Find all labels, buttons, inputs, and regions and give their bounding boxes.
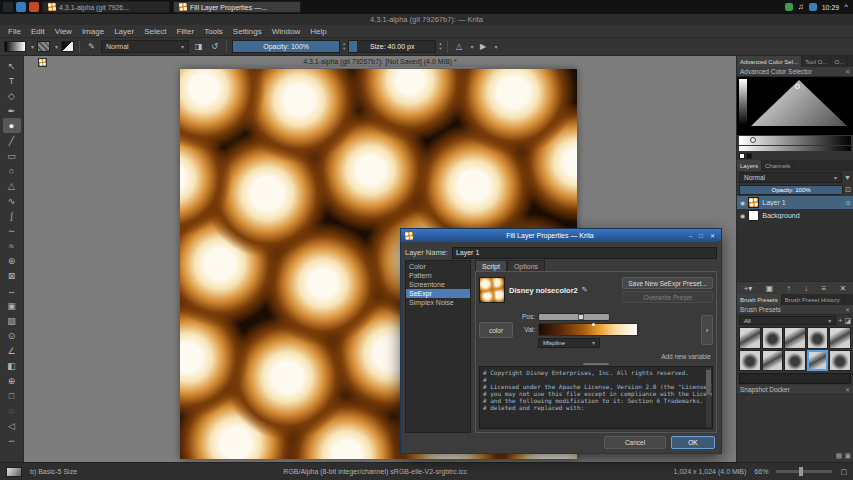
script-scrollbar[interactable] <box>706 368 711 427</box>
brush-editor-icon[interactable]: ✎ <box>85 40 98 53</box>
minimize-icon[interactable]: – <box>687 233 694 239</box>
network-icon[interactable] <box>809 3 817 11</box>
brush-size-slider[interactable]: Size: 40.00 px <box>348 40 436 53</box>
menu-window[interactable]: Window <box>267 27 305 36</box>
brush-preset[interactable] <box>739 350 761 372</box>
workspace-chooser-icon[interactable]: ▶ <box>477 40 490 53</box>
value-gradient-bar[interactable] <box>538 323 638 336</box>
menu-filter[interactable]: Filter <box>171 27 199 36</box>
tool-line[interactable]: ╱ <box>3 133 21 148</box>
alpha-icon[interactable]: α <box>846 199 850 206</box>
brush-preset[interactable] <box>829 350 851 372</box>
value-bar[interactable] <box>739 136 851 145</box>
tool-rectangle[interactable]: ▭ <box>3 148 21 163</box>
menu-edit[interactable]: Edit <box>26 27 50 36</box>
menu-select[interactable]: Select <box>139 27 171 36</box>
generator-seexpr[interactable]: SeExpr <box>406 289 470 298</box>
delete-layer-icon[interactable]: ✕ <box>840 284 847 293</box>
tool-multibrush[interactable]: ⊛ <box>3 253 21 268</box>
menu-view[interactable]: View <box>50 27 77 36</box>
generator-color[interactable]: Color <box>406 262 470 271</box>
tool-transform[interactable]: ⊠ <box>3 268 21 283</box>
maximize-icon[interactable]: □ <box>697 233 705 239</box>
app-icon-blue[interactable] <box>16 2 26 12</box>
layer-row-layer1[interactable]: ◉ Layer 1 α <box>737 196 853 209</box>
add-tag-icon[interactable]: + <box>838 317 842 324</box>
opacity-spinner[interactable]: ▴▾ <box>343 42 345 51</box>
tab-advanced-color-selector[interactable]: Advanced Color Sel... <box>737 56 802 67</box>
color-variable-button[interactable]: color <box>479 322 513 338</box>
cancel-button[interactable]: Cancel <box>604 436 666 449</box>
close-icon[interactable]: ✕ <box>845 68 850 75</box>
fg-bg-color-chip[interactable] <box>61 41 74 52</box>
brush-search-input[interactable] <box>739 373 851 384</box>
close-icon[interactable]: ✕ <box>708 232 717 239</box>
tab-overview[interactable]: O... <box>831 56 848 67</box>
brush-preset[interactable] <box>807 327 829 349</box>
tag-filter-dropdown[interactable]: All ▾ <box>739 316 836 325</box>
swatch-white[interactable] <box>739 153 745 159</box>
tab-channels[interactable]: Channels <box>762 160 794 171</box>
script-editor[interactable]: # Copyright Disney Enterprises, Inc. All… <box>479 366 713 429</box>
zoom-slider-handle[interactable] <box>799 467 803 476</box>
brush-preset[interactable] <box>739 327 761 349</box>
menu-layer[interactable]: Layer <box>109 27 139 36</box>
tag-icon[interactable]: ◪ <box>844 317 851 325</box>
swatch-dark[interactable] <box>746 153 752 159</box>
brush-preset-selected[interactable] <box>807 350 829 372</box>
tool-freehand-brush[interactable]: ● <box>3 118 21 133</box>
lock-icon[interactable]: ⊡ <box>845 186 851 194</box>
document-tab-title[interactable]: 4.3.1-alpha (git 79267b7): [Not Saved] (… <box>24 58 736 65</box>
brush-size-spinner[interactable]: ▴▾ <box>439 42 441 51</box>
mirror-tool-icon[interactable]: △ <box>453 40 466 53</box>
menu-help[interactable]: Help <box>305 27 331 36</box>
tool-fill[interactable]: ◧ <box>3 358 21 373</box>
eraser-mode-icon[interactable]: ◨ <box>192 40 205 53</box>
tab-brush-presets[interactable]: Brush Presets <box>737 294 782 305</box>
pattern-chevron-down-icon[interactable]: ▾ <box>55 43 58 50</box>
tool-assistants[interactable]: ⊕ <box>3 373 21 388</box>
blending-mode-dropdown[interactable]: Normal ▾ <box>101 40 189 53</box>
tool-polyline[interactable]: ∿ <box>3 193 21 208</box>
tool-dynamic-brush[interactable]: ≈ <box>3 238 21 253</box>
zoom-slider[interactable] <box>776 470 832 473</box>
tool-calligraphy[interactable]: ✒ <box>3 103 21 118</box>
brush-preset[interactable] <box>784 350 806 372</box>
tool-freehand-path[interactable]: ∼ <box>3 223 21 238</box>
move-layer-up-icon[interactable]: ↑ <box>787 284 791 293</box>
next-variable-button[interactable]: › <box>701 315 713 345</box>
gradient-chooser[interactable] <box>4 41 26 52</box>
tool-measure[interactable]: ∠ <box>3 343 21 358</box>
interpolation-dropdown[interactable]: Mlspline ▾ <box>538 338 600 348</box>
layer-blending-mode-dropdown[interactable]: Normal ▾ <box>739 172 842 183</box>
pos-slider-handle[interactable] <box>578 314 584 320</box>
layer-name-input[interactable]: Layer 1 <box>452 247 717 259</box>
generator-simplex-noise[interactable]: Simplex Noise <box>406 298 470 307</box>
close-icon[interactable]: ✕ <box>845 306 850 313</box>
generator-screentone[interactable]: Screentone <box>406 280 470 289</box>
save-new-preset-button[interactable]: Save New SeExpr Preset... <box>622 277 713 289</box>
tray-status-icon[interactable] <box>785 3 793 11</box>
tab-tool-options[interactable]: Tool O... <box>802 56 831 67</box>
edit-pencil-icon[interactable]: ✎ <box>582 286 588 294</box>
brush-preset[interactable] <box>762 327 784 349</box>
app-icon-orange[interactable] <box>29 2 39 12</box>
window-titlebar[interactable]: 4.3.1-alpha (git 79267b7): — Krita <box>0 14 853 25</box>
tab-script[interactable]: Script <box>475 260 507 271</box>
move-layer-down-icon[interactable]: ↓ <box>804 284 808 293</box>
mirror-chevron-down-icon[interactable]: ▾ <box>471 43 474 50</box>
tool-select-rectangular[interactable]: □ <box>3 388 21 403</box>
tool-polygon[interactable]: △ <box>3 178 21 193</box>
brush-preset[interactable] <box>829 327 851 349</box>
preset-thumbnail[interactable] <box>479 277 505 303</box>
tool-edit-shapes[interactable]: ◇ <box>3 88 21 103</box>
dialog-titlebar[interactable]: Fill Layer Properties — Krita – □ ✕ <box>401 229 721 242</box>
add-new-variable-link[interactable]: Add new variable <box>479 353 713 362</box>
tool-bezier-curve[interactable]: ∫ <box>3 208 21 223</box>
menu-image[interactable]: Image <box>77 27 109 36</box>
tool-move[interactable]: ↔ <box>3 283 21 298</box>
gradient-marker[interactable] <box>592 323 595 326</box>
taskbar-window-dialog[interactable]: Fill Layer Properties —... <box>173 1 301 13</box>
taskbar-window-krita[interactable]: 4.3.1-alpha (git 7926... <box>42 1 170 13</box>
tool-gradient[interactable]: ▨ <box>3 313 21 328</box>
